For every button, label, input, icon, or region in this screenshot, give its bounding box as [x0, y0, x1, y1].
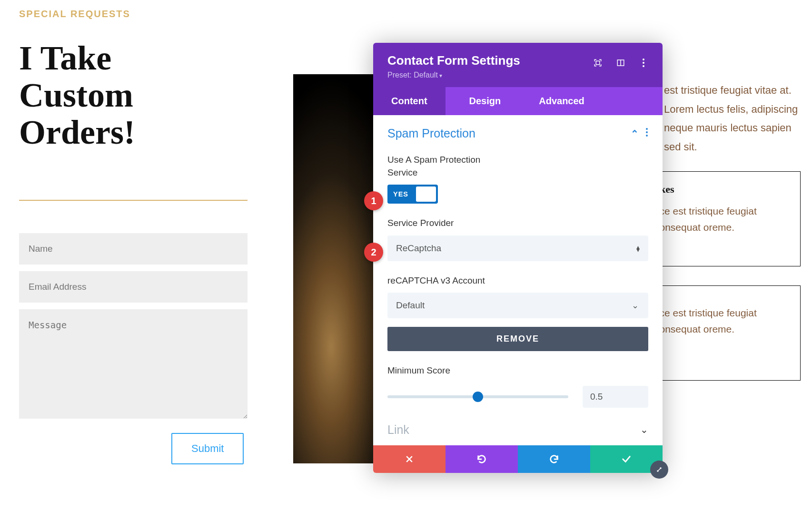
name-input[interactable] — [19, 233, 248, 265]
preset-dropdown[interactable]: Preset: Default — [387, 71, 648, 79]
section-link[interactable]: Link ⌄ — [373, 412, 663, 445]
modal-header: Contact Form Settings Preset: Default — [373, 43, 663, 87]
chevron-up-icon[interactable]: ⌃ — [631, 128, 639, 139]
link-section-title: Link — [387, 423, 409, 437]
undo-button[interactable] — [446, 445, 518, 473]
service-provider-value: ReCaptcha — [396, 243, 441, 253]
select-updown-icon: ▴▾ — [636, 245, 640, 251]
chevron-down-icon: ⌄ — [632, 300, 639, 311]
chevron-down-icon: ⌄ — [640, 424, 648, 435]
minimum-score-value[interactable]: 0.5 — [583, 386, 648, 408]
product-card-1: akes sce est tristique feugiat consequat… — [644, 171, 801, 266]
email-input[interactable] — [19, 271, 248, 303]
recaptcha-account-value: Default — [396, 300, 425, 310]
product-card-1-body: sce est tristique feugiat consequat orem… — [654, 203, 790, 235]
right-paragraph: est tristique feugiat vitae at. Lorem le… — [664, 81, 807, 156]
svg-point-7 — [646, 131, 648, 133]
use-spam-label: Use A Spam Protection Service — [387, 154, 511, 179]
remove-button[interactable]: REMOVE — [387, 327, 648, 351]
svg-point-3 — [643, 59, 644, 60]
minimum-score-label: Minimum Score — [387, 364, 648, 377]
toggle-knob — [416, 186, 436, 202]
panel-body: Spam Protection ⌃ Use A Spam Protection … — [373, 115, 663, 412]
svg-point-8 — [646, 135, 648, 137]
recaptcha-account-label: reCAPTCHA v3 Account — [387, 275, 648, 287]
settings-modal: Contact Form Settings Preset: Default Co… — [373, 43, 663, 473]
redo-button[interactable] — [518, 445, 590, 473]
message-textarea[interactable] — [19, 309, 248, 419]
svg-point-6 — [646, 128, 648, 130]
service-provider-select[interactable]: ReCaptcha ▴▾ — [387, 236, 648, 261]
eyebrow-text: SPECIAL REQUESTS — [19, 9, 130, 20]
section-spam-protection[interactable]: Spam Protection — [387, 127, 475, 140]
tab-content[interactable]: Content — [373, 87, 446, 115]
recaptcha-account-select[interactable]: Default ⌄ — [387, 293, 648, 318]
columns-icon[interactable] — [616, 58, 625, 68]
hero-title: I Take Custom Orders! — [19, 40, 135, 151]
callout-2: 2 — [364, 243, 383, 262]
minimum-score-slider[interactable] — [387, 395, 568, 398]
tabs: Content Design Advanced — [373, 87, 663, 115]
svg-point-5 — [643, 65, 644, 67]
accent-line — [19, 200, 248, 201]
product-card-1-title: akes — [654, 183, 790, 196]
callout-1: 1 — [364, 191, 383, 210]
service-provider-label: Service Provider — [387, 217, 648, 230]
tab-advanced[interactable]: Advanced — [525, 87, 599, 115]
expand-icon[interactable] — [593, 58, 603, 68]
cancel-button[interactable] — [373, 445, 446, 473]
slider-thumb[interactable] — [473, 392, 483, 402]
resize-handle-icon[interactable] — [650, 461, 668, 479]
product-card-2: sce est tristique feugiat consequat orem… — [644, 285, 801, 381]
contact-form — [19, 233, 248, 421]
submit-button[interactable]: Submit — [171, 433, 244, 464]
tab-design[interactable]: Design — [455, 87, 515, 115]
section-kebab-icon[interactable] — [645, 128, 648, 140]
modal-footer-actions — [373, 445, 663, 473]
product-card-2-body: sce est tristique feugiat consequat orem… — [654, 305, 790, 337]
spam-toggle[interactable]: YES — [387, 185, 438, 204]
svg-rect-0 — [596, 61, 600, 65]
minimum-score-row: 0.5 — [387, 386, 648, 408]
kebab-menu-icon[interactable] — [639, 58, 648, 68]
svg-point-4 — [643, 62, 644, 64]
toggle-yes-label: YES — [393, 190, 416, 198]
